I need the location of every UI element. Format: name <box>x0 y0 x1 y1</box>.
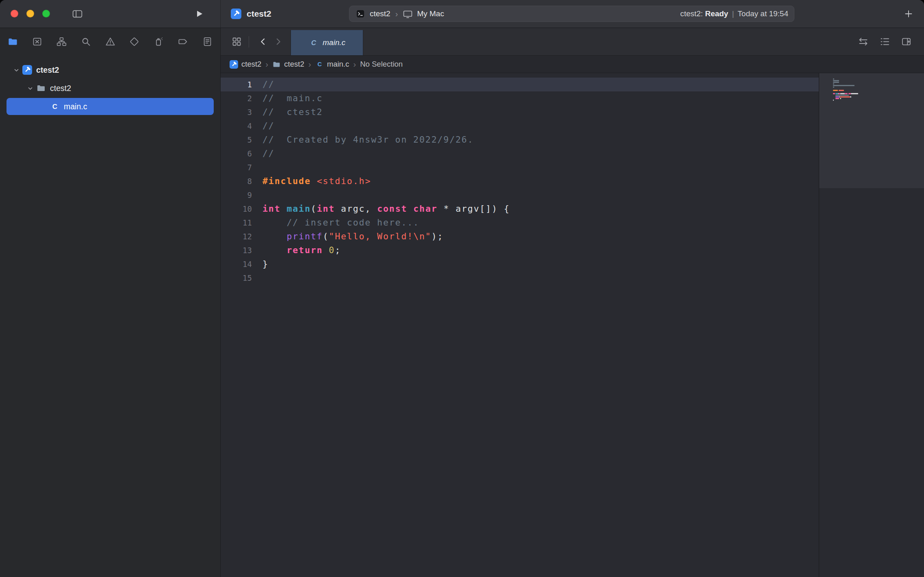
tab-main.c[interactable]: Cmain.c <box>291 30 363 55</box>
xcode-project-icon <box>231 9 241 19</box>
code-text: int main(int argc, const char * argv[]) … <box>252 202 510 216</box>
code-text: // <box>252 147 275 161</box>
code-text: // ctest2 <box>252 105 323 119</box>
code-line-13[interactable]: 13 return 0; <box>221 243 819 257</box>
scheme-selector[interactable]: ctest2 › My Mac <box>355 9 444 19</box>
window-project-title: ctest2 <box>247 0 271 28</box>
status-state: Ready <box>705 9 728 18</box>
issues-icon[interactable] <box>105 36 116 47</box>
code-line-5[interactable]: 5// Created by 4nsw3r on 2022/9/26. <box>221 133 819 147</box>
tab-overview-icon[interactable] <box>231 36 242 47</box>
code-text: } <box>252 257 269 271</box>
tree-item-label: ctest2 <box>50 84 71 93</box>
line-number: 5 <box>221 133 252 147</box>
line-number: 4 <box>221 119 252 133</box>
source-control-icon[interactable] <box>32 36 43 47</box>
code-line-1[interactable]: 1// <box>221 78 819 91</box>
code-line-11[interactable]: 11 // insert code here... <box>221 216 819 230</box>
line-number: 10 <box>221 202 252 216</box>
line-number: 1 <box>221 78 252 91</box>
swap-arrows-icon[interactable] <box>858 36 869 47</box>
code-text: #include <stdio.h> <box>252 174 371 188</box>
debug-icon[interactable] <box>153 36 164 47</box>
code-line-7[interactable]: 7 <box>221 161 819 174</box>
editor-options-icon[interactable] <box>879 36 890 47</box>
code-line-9[interactable]: 9 <box>221 188 819 202</box>
code-text: // Created by 4nsw3r on 2022/9/26. <box>252 133 474 147</box>
status-project: ctest2: <box>680 9 703 18</box>
code-line-14[interactable]: 14} <box>221 257 819 271</box>
go-forward-icon[interactable] <box>273 37 283 47</box>
line-number: 8 <box>221 174 252 188</box>
editor-area: Cmain.c ctest2›ctest2›Cmain.c›No Selecti… <box>221 28 924 577</box>
code-line-15[interactable]: 15 <box>221 271 819 285</box>
code-text: return 0; <box>252 243 341 257</box>
sidebar-toggle-icon[interactable] <box>72 9 83 19</box>
scheme-name[interactable]: ctest2 <box>370 9 390 18</box>
code-text: // insert code here... <box>252 216 419 230</box>
code-text: // main.c <box>252 91 323 105</box>
library-plus-button[interactable] <box>904 9 913 19</box>
tests-icon[interactable] <box>129 36 140 47</box>
code-text <box>252 161 262 174</box>
source-editor[interactable]: 1//2// main.c3// ctest24//5// Created by… <box>221 73 819 577</box>
navigator-icon-bar <box>0 28 220 55</box>
scheme-separator: › <box>395 9 399 19</box>
code-text <box>252 271 262 285</box>
c-file-icon: C <box>315 60 324 69</box>
code-text: // <box>252 78 275 91</box>
svg-text:C: C <box>311 39 317 47</box>
disclosure-icon <box>38 102 50 111</box>
code-line-4[interactable]: 4// <box>221 119 819 133</box>
line-number: 14 <box>221 257 252 271</box>
line-number: 12 <box>221 230 252 243</box>
add-editor-icon[interactable] <box>901 36 912 47</box>
breadcrumb-main-c[interactable]: Cmain.c <box>315 60 349 69</box>
titlebar-divider <box>220 0 221 28</box>
navigator-sidebar: ctest2ctest2Cmain.c <box>0 28 221 577</box>
breadcrumb-ctest2[interactable]: ctest2 <box>272 60 304 69</box>
run-destination[interactable]: My Mac <box>417 9 444 18</box>
window-zoom-button[interactable] <box>42 10 50 17</box>
reports-icon[interactable] <box>202 36 213 47</box>
breadcrumb-ctest2[interactable]: ctest2 <box>230 60 261 69</box>
status-time: Today at 19:54 <box>737 9 788 18</box>
code-text: // <box>252 119 275 133</box>
disclosure-icon[interactable] <box>24 84 36 92</box>
code-line-8[interactable]: 8#include <stdio.h> <box>221 174 819 188</box>
window-close-button[interactable] <box>11 10 18 17</box>
run-button[interactable] <box>194 9 204 19</box>
activity-toolbar-pill: ctest2 › My Mac ctest2: Ready | Today at… <box>349 6 794 22</box>
folder-icon <box>36 83 46 93</box>
code-line-3[interactable]: 3// ctest2 <box>221 105 819 119</box>
tabbar-separator <box>249 36 249 48</box>
disclosure-icon[interactable] <box>11 66 22 74</box>
code-line-12[interactable]: 12 printf("Hello, World!\n"); <box>221 230 819 243</box>
traffic-lights <box>11 10 50 17</box>
sidebar-item-ctest2[interactable]: ctest2 <box>7 80 214 97</box>
breadcrumb-label: No Selection <box>360 60 403 69</box>
project-navigator-icon[interactable] <box>7 36 18 47</box>
xcode-project-icon <box>230 60 238 69</box>
xcode-project-icon <box>22 65 33 75</box>
minimap[interactable] <box>819 73 924 577</box>
breadcrumb-label: main.c <box>327 60 349 69</box>
minimap-lines <box>833 78 858 103</box>
breakpoints-icon[interactable] <box>178 36 189 47</box>
breadcrumb-no-selection[interactable]: No Selection <box>360 60 403 69</box>
window-minimize-button[interactable] <box>26 10 34 17</box>
sidebar-item-main.c[interactable]: Cmain.c <box>7 98 214 115</box>
code-line-6[interactable]: 6// <box>221 147 819 161</box>
code-line-10[interactable]: 10int main(int argc, const char * argv[]… <box>221 202 819 216</box>
code-text: printf("Hello, World!\n"); <box>252 230 443 243</box>
symbols-icon[interactable] <box>56 36 67 47</box>
code-text <box>252 188 262 202</box>
go-back-icon[interactable] <box>258 37 268 47</box>
breadcrumb-label: ctest2 <box>284 60 304 69</box>
search-icon[interactable] <box>80 36 91 47</box>
line-number: 3 <box>221 105 252 119</box>
c-file-icon: C <box>308 38 319 48</box>
code-line-2[interactable]: 2// main.c <box>221 91 819 105</box>
line-number: 11 <box>221 216 252 230</box>
sidebar-item-ctest2[interactable]: ctest2 <box>7 61 214 78</box>
